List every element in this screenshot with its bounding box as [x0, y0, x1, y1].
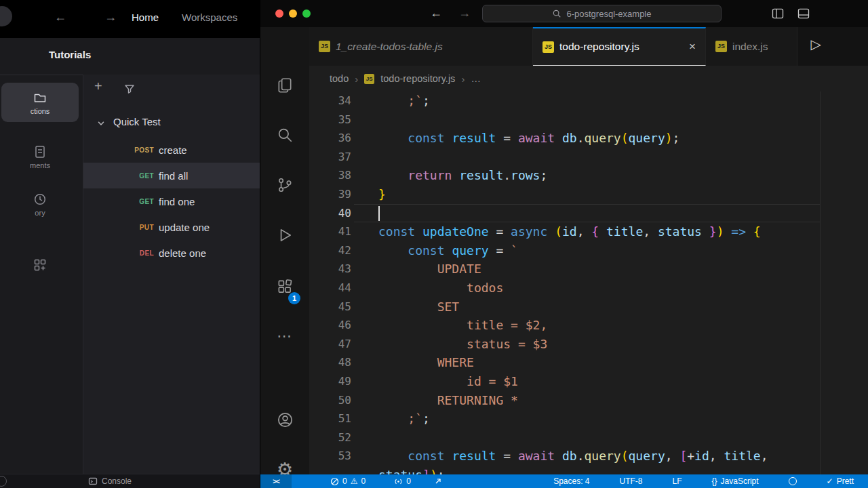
code-editor[interactable]: 34 ;`;3536 const result = await db.query… — [309, 92, 868, 474]
code-line[interactable]: 53 const result = await db.query(query, … — [309, 447, 868, 466]
api-client-header: ← → Home Workspaces — [0, 0, 260, 38]
extensions-icon[interactable]: 1 — [260, 270, 309, 303]
add-request-button[interactable]: + — [94, 79, 102, 94]
code-text: RETURNING * — [378, 391, 518, 410]
code-line[interactable]: 34 ;`; — [309, 92, 868, 110]
request-item-delete-one[interactable]: DELdelete one — [83, 240, 260, 266]
chevron-down-icon[interactable] — [97, 119, 105, 127]
text-cursor — [378, 206, 380, 221]
zoom-window-button[interactable] — [302, 9, 311, 18]
breadcrumb-file[interactable]: todo-repository.js — [380, 73, 455, 84]
breadcrumb-folder[interactable]: todo — [330, 73, 349, 84]
avatar[interactable] — [0, 6, 12, 26]
tab-index-js[interactable]: JS index.js — [706, 27, 797, 66]
forward-arrow-icon[interactable]: → — [104, 10, 117, 24]
command-center-search[interactable]: 6-postgresql-example — [482, 5, 722, 22]
code-text: ;`; — [378, 92, 430, 110]
code-line[interactable]: 44 todos — [309, 279, 868, 298]
code-line[interactable]: 39} — [309, 185, 868, 204]
close-window-button[interactable] — [275, 9, 283, 18]
code-line[interactable]: 51 ;`; — [309, 409, 868, 428]
toggle-layout-icon[interactable] — [797, 7, 810, 20]
back-arrow-icon[interactable]: ← — [54, 10, 66, 24]
console-toggle[interactable]: Console — [88, 476, 132, 486]
code-line[interactable]: 35 — [309, 110, 868, 129]
code-line[interactable]: 47 status = $3 — [309, 335, 868, 354]
rail-item-label: ory — [35, 209, 45, 217]
arrow-icon — [434, 477, 442, 485]
footer-icon — [0, 476, 7, 487]
account-icon[interactable] — [260, 403, 309, 436]
code-line[interactable]: 50 RETURNING * — [309, 391, 868, 410]
breadcrumb-symbol[interactable]: … — [471, 73, 481, 84]
formatter-label: Prett — [837, 476, 854, 486]
error-icon — [330, 477, 339, 486]
request-method: GET — [121, 172, 154, 180]
more-actions-icon[interactable]: ⋯ — [260, 320, 309, 352]
request-item-update-one[interactable]: PUTupdate one — [83, 214, 260, 240]
ports-status[interactable]: 0 — [388, 474, 417, 488]
rail-item-history[interactable]: ory — [1, 184, 79, 224]
indentation-status[interactable]: Spaces: 4 — [538, 474, 604, 488]
remote-indicator[interactable]: >< — [260, 474, 292, 488]
line-number: 46 — [309, 316, 351, 335]
request-item-find-one[interactable]: GETfind one — [83, 188, 260, 214]
line-number: 34 — [309, 92, 351, 110]
line-number: 36 — [309, 129, 351, 148]
encoding-status[interactable]: UTF-8 — [605, 474, 658, 488]
rail-item-grid[interactable] — [1, 245, 79, 285]
tab-create-todos-table[interactable]: JS 1_create-todos-table.js — [309, 27, 533, 66]
nav-workspaces[interactable]: Workspaces — [182, 12, 237, 23]
ports-count: 0 — [406, 476, 411, 486]
problems-status[interactable]: 0 ⚠ 0 — [324, 474, 372, 488]
code-text: id = $1 — [378, 372, 518, 391]
history-back-icon[interactable]: ← — [430, 6, 442, 20]
rail-item-collections[interactable]: ctions — [1, 83, 79, 122]
line-number: 49 — [309, 372, 351, 391]
minimize-window-button[interactable] — [289, 9, 297, 18]
line-number: 52 — [309, 428, 351, 447]
code-line[interactable]: 36 const result = await db.query(query); — [309, 129, 868, 148]
code-line[interactable]: 42 const query = ` — [309, 241, 868, 260]
code-line[interactable]: 37 — [309, 148, 868, 167]
request-item-find-all[interactable]: GETfind all — [83, 163, 260, 188]
code-text: const result = await db.query(query); — [378, 129, 679, 148]
search-sidebar-icon[interactable] — [260, 119, 309, 151]
source-control-icon[interactable] — [260, 169, 309, 201]
tab-todo-repository[interactable]: JS todo-repository.js × — [533, 27, 706, 66]
rail-item-document[interactable]: ments — [1, 137, 79, 176]
run-file-icon[interactable]: ▷ — [811, 36, 821, 52]
run-debug-icon[interactable] — [260, 219, 309, 251]
code-line[interactable]: 40 — [309, 204, 868, 223]
close-tab-icon[interactable]: × — [689, 40, 696, 54]
history-forward-icon[interactable]: → — [458, 6, 471, 20]
language-status[interactable]: {} JavaScript — [697, 474, 774, 488]
workspace-title: Tutorials — [49, 49, 91, 60]
warning-icon: ⚠ — [351, 476, 358, 486]
filter-icon[interactable] — [124, 83, 135, 94]
document-icon — [33, 144, 47, 159]
code-text: status = $3 — [378, 335, 547, 354]
explorer-icon[interactable] — [260, 69, 309, 102]
tab-label: todo-repository.js — [559, 41, 639, 53]
code-line[interactable]: status]); — [309, 466, 868, 474]
code-line[interactable]: 41const updateOne = async (id, { title, … — [309, 222, 868, 241]
code-line[interactable]: 43 UPDATE — [309, 260, 868, 279]
code-line[interactable]: 38 return result.rows; — [309, 166, 868, 185]
eol-status[interactable]: LF — [658, 474, 697, 488]
collection-folder[interactable]: Quick Test — [83, 111, 260, 134]
line-number: 45 — [309, 298, 351, 317]
nav-home[interactable]: Home — [132, 12, 159, 23]
code-line[interactable]: 52 — [309, 428, 868, 447]
status-circle[interactable] — [774, 474, 812, 488]
screen: ← → Home Workspaces Tutorials ctionsment… — [0, 0, 868, 488]
code-line[interactable]: 46 title = $2, — [309, 316, 868, 335]
code-line[interactable]: 45 SET — [309, 298, 868, 317]
code-line[interactable]: 49 id = $1 — [309, 372, 868, 391]
code-line[interactable]: 48 WHERE — [309, 353, 868, 372]
request-item-create[interactable]: POSTcreate — [83, 137, 260, 163]
launch-status[interactable] — [428, 474, 448, 488]
breadcrumb-separator: › — [461, 73, 465, 85]
formatter-status[interactable]: ✓ Prett — [812, 474, 868, 488]
toggle-sidebar-icon[interactable] — [771, 7, 785, 20]
